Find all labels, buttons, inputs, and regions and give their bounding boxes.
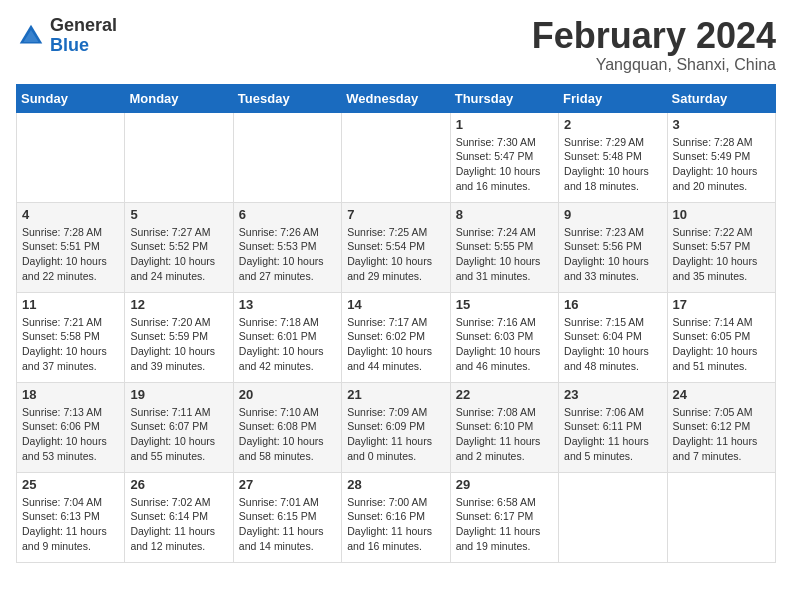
day-cell: 12Sunrise: 7:20 AMSunset: 5:59 PMDayligh… [125,292,233,382]
day-cell: 9Sunrise: 7:23 AMSunset: 5:56 PMDaylight… [559,202,667,292]
day-cell: 11Sunrise: 7:21 AMSunset: 5:58 PMDayligh… [17,292,125,382]
day-info: Sunrise: 7:25 AMSunset: 5:54 PMDaylight:… [347,225,444,284]
day-number: 15 [456,297,553,312]
day-cell: 23Sunrise: 7:06 AMSunset: 6:11 PMDayligh… [559,382,667,472]
day-cell: 3Sunrise: 7:28 AMSunset: 5:49 PMDaylight… [667,112,775,202]
week-row-4: 18Sunrise: 7:13 AMSunset: 6:06 PMDayligh… [17,382,776,472]
header-cell-wednesday: Wednesday [342,84,450,112]
day-cell: 18Sunrise: 7:13 AMSunset: 6:06 PMDayligh… [17,382,125,472]
day-cell: 25Sunrise: 7:04 AMSunset: 6:13 PMDayligh… [17,472,125,562]
calendar-header: SundayMondayTuesdayWednesdayThursdayFrid… [17,84,776,112]
logo-blue: Blue [50,35,89,55]
day-info: Sunrise: 7:02 AMSunset: 6:14 PMDaylight:… [130,495,227,554]
day-info: Sunrise: 6:58 AMSunset: 6:17 PMDaylight:… [456,495,553,554]
day-info: Sunrise: 7:04 AMSunset: 6:13 PMDaylight:… [22,495,119,554]
day-number: 25 [22,477,119,492]
day-number: 5 [130,207,227,222]
day-cell: 21Sunrise: 7:09 AMSunset: 6:09 PMDayligh… [342,382,450,472]
day-cell [125,112,233,202]
week-row-3: 11Sunrise: 7:21 AMSunset: 5:58 PMDayligh… [17,292,776,382]
day-number: 8 [456,207,553,222]
day-info: Sunrise: 7:28 AMSunset: 5:51 PMDaylight:… [22,225,119,284]
day-number: 10 [673,207,770,222]
day-info: Sunrise: 7:24 AMSunset: 5:55 PMDaylight:… [456,225,553,284]
day-number: 27 [239,477,336,492]
page-header: General Blue February 2024 Yangquan, Sha… [16,16,776,74]
day-cell: 27Sunrise: 7:01 AMSunset: 6:15 PMDayligh… [233,472,341,562]
day-number: 13 [239,297,336,312]
day-info: Sunrise: 7:00 AMSunset: 6:16 PMDaylight:… [347,495,444,554]
day-number: 22 [456,387,553,402]
location: Yangquan, Shanxi, China [532,56,776,74]
day-info: Sunrise: 7:16 AMSunset: 6:03 PMDaylight:… [456,315,553,374]
day-number: 16 [564,297,661,312]
day-info: Sunrise: 7:20 AMSunset: 5:59 PMDaylight:… [130,315,227,374]
day-info: Sunrise: 7:22 AMSunset: 5:57 PMDaylight:… [673,225,770,284]
day-cell: 1Sunrise: 7:30 AMSunset: 5:47 PMDaylight… [450,112,558,202]
logo: General Blue [16,16,117,56]
day-number: 23 [564,387,661,402]
header-cell-monday: Monday [125,84,233,112]
day-cell: 14Sunrise: 7:17 AMSunset: 6:02 PMDayligh… [342,292,450,382]
week-row-5: 25Sunrise: 7:04 AMSunset: 6:13 PMDayligh… [17,472,776,562]
week-row-1: 1Sunrise: 7:30 AMSunset: 5:47 PMDaylight… [17,112,776,202]
header-row: SundayMondayTuesdayWednesdayThursdayFrid… [17,84,776,112]
day-number: 29 [456,477,553,492]
day-cell [17,112,125,202]
day-cell: 15Sunrise: 7:16 AMSunset: 6:03 PMDayligh… [450,292,558,382]
day-number: 3 [673,117,770,132]
day-number: 18 [22,387,119,402]
day-cell [233,112,341,202]
header-cell-thursday: Thursday [450,84,558,112]
day-info: Sunrise: 7:01 AMSunset: 6:15 PMDaylight:… [239,495,336,554]
day-info: Sunrise: 7:11 AMSunset: 6:07 PMDaylight:… [130,405,227,464]
month-title: February 2024 [532,16,776,56]
day-cell: 17Sunrise: 7:14 AMSunset: 6:05 PMDayligh… [667,292,775,382]
day-info: Sunrise: 7:15 AMSunset: 6:04 PMDaylight:… [564,315,661,374]
day-cell: 19Sunrise: 7:11 AMSunset: 6:07 PMDayligh… [125,382,233,472]
day-number: 9 [564,207,661,222]
day-number: 24 [673,387,770,402]
day-cell: 7Sunrise: 7:25 AMSunset: 5:54 PMDaylight… [342,202,450,292]
header-cell-saturday: Saturday [667,84,775,112]
day-number: 19 [130,387,227,402]
header-cell-tuesday: Tuesday [233,84,341,112]
day-cell [667,472,775,562]
header-cell-sunday: Sunday [17,84,125,112]
logo-text: General Blue [50,16,117,56]
day-number: 26 [130,477,227,492]
day-cell: 24Sunrise: 7:05 AMSunset: 6:12 PMDayligh… [667,382,775,472]
header-cell-friday: Friday [559,84,667,112]
week-row-2: 4Sunrise: 7:28 AMSunset: 5:51 PMDaylight… [17,202,776,292]
day-cell: 26Sunrise: 7:02 AMSunset: 6:14 PMDayligh… [125,472,233,562]
day-info: Sunrise: 7:27 AMSunset: 5:52 PMDaylight:… [130,225,227,284]
day-number: 21 [347,387,444,402]
day-info: Sunrise: 7:05 AMSunset: 6:12 PMDaylight:… [673,405,770,464]
day-cell [342,112,450,202]
day-cell: 2Sunrise: 7:29 AMSunset: 5:48 PMDaylight… [559,112,667,202]
day-number: 14 [347,297,444,312]
day-cell: 8Sunrise: 7:24 AMSunset: 5:55 PMDaylight… [450,202,558,292]
title-block: February 2024 Yangquan, Shanxi, China [532,16,776,74]
day-info: Sunrise: 7:30 AMSunset: 5:47 PMDaylight:… [456,135,553,194]
day-cell: 10Sunrise: 7:22 AMSunset: 5:57 PMDayligh… [667,202,775,292]
day-number: 4 [22,207,119,222]
day-number: 1 [456,117,553,132]
calendar-body: 1Sunrise: 7:30 AMSunset: 5:47 PMDaylight… [17,112,776,562]
day-number: 20 [239,387,336,402]
day-info: Sunrise: 7:26 AMSunset: 5:53 PMDaylight:… [239,225,336,284]
day-cell: 13Sunrise: 7:18 AMSunset: 6:01 PMDayligh… [233,292,341,382]
day-cell: 16Sunrise: 7:15 AMSunset: 6:04 PMDayligh… [559,292,667,382]
day-info: Sunrise: 7:09 AMSunset: 6:09 PMDaylight:… [347,405,444,464]
day-info: Sunrise: 7:17 AMSunset: 6:02 PMDaylight:… [347,315,444,374]
day-info: Sunrise: 7:29 AMSunset: 5:48 PMDaylight:… [564,135,661,194]
day-info: Sunrise: 7:14 AMSunset: 6:05 PMDaylight:… [673,315,770,374]
day-info: Sunrise: 7:28 AMSunset: 5:49 PMDaylight:… [673,135,770,194]
day-info: Sunrise: 7:18 AMSunset: 6:01 PMDaylight:… [239,315,336,374]
day-number: 11 [22,297,119,312]
day-number: 17 [673,297,770,312]
day-info: Sunrise: 7:10 AMSunset: 6:08 PMDaylight:… [239,405,336,464]
day-number: 12 [130,297,227,312]
day-info: Sunrise: 7:08 AMSunset: 6:10 PMDaylight:… [456,405,553,464]
logo-general: General [50,15,117,35]
